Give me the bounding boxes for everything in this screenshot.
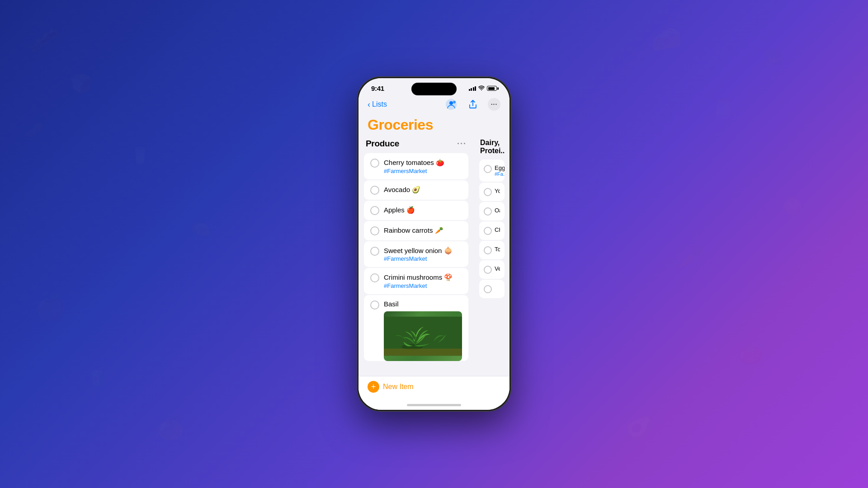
list-item: [479, 280, 505, 298]
phone-screen: 9:41: [359, 78, 509, 410]
back-chevron-icon: ‹: [368, 100, 370, 109]
item-tag: #FarmersMarket: [384, 282, 462, 289]
dynamic-island: [411, 83, 457, 95]
list-item: Che...: [479, 221, 505, 240]
basil-image: [384, 311, 462, 361]
item-checkbox[interactable]: [370, 273, 379, 282]
phone-shell: 9:41: [357, 77, 511, 411]
produce-section-header: Produce ···: [364, 139, 468, 149]
item-text: Cherry tomatoes 🍅: [384, 158, 462, 167]
list-item: Sweet yellow onion 🧅 #FarmersMarket: [364, 241, 468, 267]
svg-point-1: [449, 101, 453, 105]
item-text: Egg...: [495, 164, 505, 171]
item-content: Rainbow carrots 🥕: [384, 226, 462, 235]
main-content[interactable]: Produce ··· Cherry tomatoes 🍅 #FarmersMa…: [359, 139, 509, 376]
item-checkbox[interactable]: [370, 300, 379, 310]
phone-mockup: 9:41: [357, 77, 511, 411]
new-item-button[interactable]: + New Item: [368, 381, 414, 393]
status-bar: 9:41: [359, 78, 509, 96]
status-time: 9:41: [371, 84, 384, 92]
item-checkbox[interactable]: [484, 266, 492, 274]
columns-wrapper: Produce ··· Cherry tomatoes 🍅 #FarmersMa…: [359, 139, 509, 376]
basil-list-item: Basil: [364, 295, 468, 361]
item-text: Oat...: [495, 207, 500, 214]
item-checkbox[interactable]: [484, 246, 492, 254]
item-checkbox[interactable]: [370, 206, 379, 215]
item-content: Crimini mushrooms 🍄 #FarmersMarket: [384, 273, 462, 289]
list-item: Rainbow carrots 🥕: [364, 221, 468, 240]
produce-more-button[interactable]: ···: [457, 139, 467, 149]
item-checkbox[interactable]: [370, 247, 379, 256]
bottom-bar: + New Item: [359, 376, 509, 400]
produce-title: Produce: [366, 139, 399, 149]
item-tag: #Fa...: [495, 171, 505, 177]
item-checkbox[interactable]: [484, 165, 492, 173]
item-checkbox[interactable]: [484, 207, 492, 216]
item-text: Apples 🍎: [384, 206, 462, 215]
item-checkbox[interactable]: [484, 188, 492, 196]
item-text: Basil: [384, 300, 462, 308]
collaborate-button[interactable]: [444, 98, 458, 111]
share-button[interactable]: [466, 98, 480, 111]
item-text: Sweet yellow onion 🧅: [384, 246, 462, 255]
item-tag: #FarmersMarket: [384, 255, 462, 262]
item-text: Crimini mushrooms 🍄: [384, 273, 462, 282]
list-item: Yog...: [479, 183, 505, 201]
produce-column: Produce ··· Cherry tomatoes 🍅 #FarmersMa…: [359, 139, 474, 376]
dairy-column: Dairy, Protei... Egg... #Fa...: [474, 139, 509, 376]
item-checkbox[interactable]: [370, 186, 379, 195]
nav-bar: ‹ Lists: [359, 96, 509, 115]
home-bar: [407, 404, 461, 406]
item-tag: #FarmersMarket: [384, 168, 462, 174]
nav-actions: ···: [444, 98, 500, 111]
back-button[interactable]: ‹ Lists: [368, 100, 387, 109]
list-item: Egg... #Fa...: [479, 160, 505, 182]
item-text: Avocado 🥑: [384, 185, 462, 194]
list-item: Tof...: [479, 241, 505, 259]
dairy-title: Dairy, Protei...: [479, 139, 505, 155]
item-checkbox[interactable]: [484, 285, 492, 293]
list-item: Oat...: [479, 202, 505, 221]
item-content: Apples 🍎: [384, 206, 462, 215]
item-checkbox[interactable]: [370, 159, 379, 168]
item-text: Yog...: [495, 188, 500, 194]
home-indicator: [359, 400, 509, 410]
back-label: Lists: [372, 100, 387, 108]
page-title: Groceries: [359, 115, 509, 139]
battery-icon: [487, 86, 497, 91]
item-content: Cherry tomatoes 🍅 #FarmersMarket: [384, 158, 462, 174]
item-text: Rainbow carrots 🥕: [384, 226, 462, 235]
item-content: Avocado 🥑: [384, 185, 462, 194]
svg-rect-6: [384, 348, 462, 356]
item-content: Sweet yellow onion 🧅 #FarmersMarket: [384, 246, 462, 263]
more-button[interactable]: ···: [488, 98, 500, 111]
svg-point-2: [453, 101, 456, 103]
basil-content: Basil: [384, 300, 462, 361]
list-item: Crimini mushrooms 🍄 #FarmersMarket: [364, 268, 468, 294]
item-text: Veg...: [495, 265, 500, 272]
list-item: Avocado 🥑: [364, 180, 468, 200]
new-item-label: New Item: [383, 383, 414, 391]
new-item-icon: +: [368, 381, 379, 393]
status-icons: [469, 85, 497, 92]
item-checkbox[interactable]: [370, 226, 379, 235]
list-item: Apples 🍎: [364, 201, 468, 220]
list-item: Cherry tomatoes 🍅 #FarmersMarket: [364, 153, 468, 179]
item-text: Tof...: [495, 246, 500, 253]
item-text: Che...: [495, 226, 500, 233]
signal-icon: [469, 86, 476, 91]
wifi-icon: [478, 85, 485, 92]
item-checkbox[interactable]: [484, 227, 492, 235]
list-item: Veg...: [479, 260, 505, 279]
